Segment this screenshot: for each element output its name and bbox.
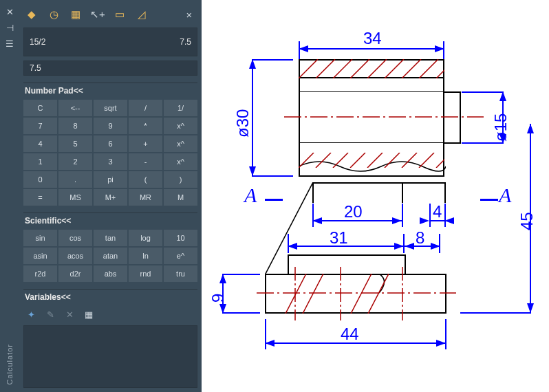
svg-line-11 bbox=[333, 153, 348, 168]
key-acos[interactable]: acos bbox=[58, 248, 92, 264]
key-0[interactable]: 0 bbox=[23, 171, 57, 188]
key-[interactable]: / bbox=[129, 100, 162, 116]
variables-toolbar: ✦ ✎ ✕ ▦ bbox=[23, 306, 197, 325]
var-add-icon[interactable]: ✦ bbox=[23, 307, 39, 321]
variables-area bbox=[23, 325, 197, 388]
key-[interactable]: ( bbox=[129, 171, 162, 188]
panel-title: Calculator bbox=[6, 344, 14, 385]
svg-line-4 bbox=[367, 59, 387, 78]
title-strip: ✕ ⊣ ☰ Calculator bbox=[0, 0, 19, 392]
key-9[interactable]: 9 bbox=[94, 118, 127, 134]
key-tru[interactable]: tru bbox=[164, 265, 197, 282]
key-[interactable]: + bbox=[129, 135, 162, 152]
key-8[interactable]: 8 bbox=[58, 118, 92, 134]
pin-icon[interactable]: ⊣ bbox=[6, 23, 14, 33]
key-asin[interactable]: asin bbox=[23, 248, 57, 264]
key-tan[interactable]: tan bbox=[94, 230, 127, 246]
key-sqrt[interactable]: sqrt bbox=[94, 100, 127, 116]
var-delete-icon[interactable]: ✕ bbox=[62, 307, 77, 321]
dim-20: 20 bbox=[344, 202, 363, 221]
key-2[interactable]: 2 bbox=[58, 153, 92, 170]
key-5[interactable]: 5 bbox=[58, 135, 92, 152]
key-6[interactable]: 6 bbox=[94, 135, 127, 152]
pointer-icon[interactable]: ↖+ bbox=[89, 7, 106, 22]
key-[interactable]: <-- bbox=[58, 100, 92, 116]
svg-line-5 bbox=[385, 59, 404, 78]
key-e[interactable]: e^ bbox=[164, 248, 197, 264]
scientific-header[interactable]: Scientific<< bbox=[23, 213, 197, 230]
key-cos[interactable]: cos bbox=[58, 230, 92, 246]
svg-line-2 bbox=[333, 59, 352, 78]
ruler-icon[interactable]: ▭ bbox=[111, 7, 128, 22]
calc-toolbar: ◆ ◷ ▦ ↖+ ▭ ◿ × bbox=[23, 4, 197, 28]
section-a-right: A bbox=[499, 184, 511, 207]
key-1[interactable]: 1 bbox=[23, 153, 57, 170]
scientific-pad: sincostanlog10asinacosatanlne^r2dd2rabsr… bbox=[23, 230, 197, 282]
dim-phi15: ø15 bbox=[491, 113, 510, 142]
key-x[interactable]: x^ bbox=[164, 153, 197, 170]
dim-31: 31 bbox=[330, 228, 348, 248]
dim-4: 4 bbox=[433, 202, 442, 221]
svg-line-9 bbox=[299, 153, 314, 168]
key-c[interactable]: C bbox=[23, 100, 57, 116]
svg-line-14 bbox=[385, 153, 400, 168]
key-log[interactable]: log bbox=[129, 230, 162, 246]
svg-line-10 bbox=[316, 153, 331, 168]
history-area: 15/2 7.5 bbox=[23, 28, 197, 56]
calc-input[interactable] bbox=[23, 61, 197, 76]
key-ln[interactable]: ln bbox=[129, 248, 162, 264]
calculator-main: ◆ ◷ ▦ ↖+ ▭ ◿ × 15/2 7.5 Number Pad<< C<-… bbox=[19, 0, 202, 392]
dim-9: 9 bbox=[208, 294, 228, 303]
svg-line-17 bbox=[436, 153, 444, 168]
key-7[interactable]: 7 bbox=[23, 118, 57, 134]
key-atan[interactable]: atan bbox=[94, 248, 127, 264]
svg-line-7 bbox=[419, 59, 438, 78]
var-calc-icon[interactable]: ▦ bbox=[81, 307, 96, 321]
svg-line-12 bbox=[350, 153, 365, 168]
key-[interactable]: * bbox=[129, 118, 162, 134]
svg-line-8 bbox=[436, 59, 444, 78]
key-x[interactable]: x^ bbox=[164, 135, 197, 152]
key-rnd[interactable]: rnd bbox=[129, 265, 162, 282]
key-4[interactable]: 4 bbox=[23, 135, 57, 152]
key-sin[interactable]: sin bbox=[23, 230, 57, 246]
svg-line-13 bbox=[367, 153, 383, 168]
cad-drawing: 34 ø30 ø15 A A bbox=[202, 0, 549, 392]
key-m[interactable]: M bbox=[164, 189, 197, 206]
key-r2d[interactable]: r2d bbox=[23, 265, 57, 282]
paste-icon[interactable]: ▦ bbox=[67, 7, 84, 22]
svg-line-16 bbox=[419, 153, 434, 168]
dim-45: 45 bbox=[517, 212, 537, 230]
close-icon[interactable]: ✕ bbox=[6, 7, 14, 17]
eraser-icon[interactable]: ◆ bbox=[23, 7, 40, 22]
section-a-left: A bbox=[244, 184, 257, 207]
key-x[interactable]: x^ bbox=[164, 118, 197, 134]
key-abs[interactable]: abs bbox=[94, 265, 127, 282]
history-expression: 15/2 bbox=[30, 37, 45, 47]
key-pi[interactable]: pi bbox=[94, 171, 127, 188]
key-10[interactable]: 10 bbox=[164, 230, 197, 246]
key-mr[interactable]: MR bbox=[129, 189, 162, 206]
key-m[interactable]: M+ bbox=[94, 189, 127, 206]
key-1[interactable]: 1/ bbox=[164, 100, 197, 116]
history-icon[interactable]: ◷ bbox=[45, 7, 62, 22]
angle-icon[interactable]: ◿ bbox=[133, 7, 150, 22]
key-d2r[interactable]: d2r bbox=[58, 265, 92, 282]
svg-line-3 bbox=[350, 59, 369, 78]
key-[interactable]: . bbox=[58, 171, 92, 188]
menu-icon[interactable]: ☰ bbox=[6, 39, 14, 49]
key-[interactable]: ) bbox=[164, 171, 197, 188]
numberpad-header[interactable]: Number Pad<< bbox=[23, 83, 197, 100]
key-3[interactable]: 3 bbox=[94, 153, 127, 170]
var-edit-icon[interactable]: ✎ bbox=[43, 307, 58, 321]
key-ms[interactable]: MS bbox=[58, 189, 92, 206]
svg-line-1 bbox=[316, 59, 335, 78]
svg-line-19 bbox=[265, 182, 313, 275]
svg-line-6 bbox=[402, 59, 421, 78]
key-[interactable]: - bbox=[129, 153, 162, 170]
dim-phi30: ø30 bbox=[233, 109, 252, 138]
variables-header[interactable]: Variables<< bbox=[23, 289, 197, 306]
close-button[interactable]: × bbox=[181, 7, 197, 22]
key-[interactable]: = bbox=[23, 189, 57, 206]
svg-line-15 bbox=[402, 153, 417, 168]
